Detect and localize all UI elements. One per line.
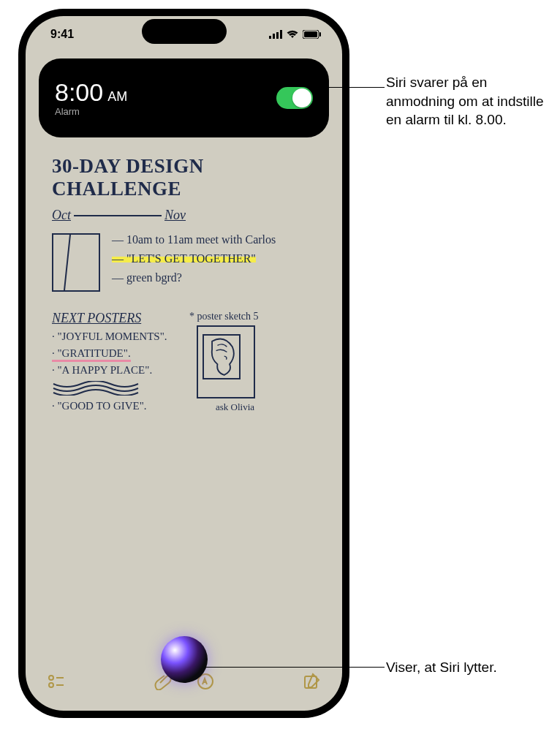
svg-rect-2 — [276, 32, 279, 39]
svg-rect-1 — [273, 34, 275, 39]
cellular-icon — [269, 30, 282, 39]
scribble-icon — [52, 381, 140, 396]
svg-rect-6 — [319, 32, 321, 37]
poster-sketch-label: * poster sketch 5 — [189, 311, 258, 322]
np-item-4: · "GOOD TO GIVE". — [52, 400, 176, 412]
wifi-icon — [287, 30, 298, 39]
status-icons — [269, 30, 322, 39]
month-oct: Oct — [52, 208, 71, 223]
month-nov: Nov — [164, 208, 186, 223]
callout-siri-listening: Viser, at Siri lytter. — [386, 658, 547, 677]
svg-rect-0 — [269, 36, 271, 39]
callout-leader-2 — [205, 667, 385, 668]
callout-alarm-response: Siri svarer på en anmodning om at indsti… — [386, 73, 547, 129]
iphone-screen: 9:41 8:00AM Alarm 30-DAY DESIGN CHALLENG… — [26, 16, 342, 711]
alarm-time: 8:00 — [55, 78, 103, 106]
note-line-2: — "LET'S GET TOGETHER" — [112, 252, 256, 265]
poster-sketch-frame — [197, 325, 255, 398]
alarm-ampm: AM — [107, 89, 127, 104]
note-line-1: — 10am to 11am meet with Carlos — [112, 233, 276, 246]
svg-point-9 — [49, 683, 53, 687]
battery-icon — [303, 30, 322, 39]
note-line-3: — green bgrd? — [112, 271, 276, 284]
status-time: 9:41 — [50, 28, 74, 41]
alarm-label: Alarm — [55, 106, 127, 117]
callout-leader-1 — [325, 87, 385, 88]
svg-point-7 — [49, 676, 53, 680]
siri-orb-icon[interactable] — [161, 636, 208, 683]
checklist-icon[interactable] — [48, 673, 65, 690]
np-item-3: · "A HAPPY PLACE". — [52, 364, 176, 377]
note-title-line2: CHALLENGE — [52, 178, 322, 200]
month-line — [74, 215, 162, 216]
compose-icon[interactable] — [303, 673, 320, 690]
status-bar: 9:41 — [26, 16, 342, 48]
np-item-2: · "GRATITUDE". — [52, 347, 131, 362]
ask-olivia: ask Olivia — [216, 401, 258, 413]
np-item-1: · "JOYFUL MOMENTS". — [52, 330, 176, 343]
note-title-line1: 30-DAY DESIGN — [52, 155, 322, 178]
face-sketch-icon — [204, 336, 239, 378]
alarm-toggle[interactable] — [276, 87, 313, 109]
siri-alarm-response-card: 8:00AM Alarm — [39, 58, 329, 137]
iphone-device-frame: 9:41 8:00AM Alarm 30-DAY DESIGN CHALLENG… — [18, 9, 349, 718]
svg-rect-3 — [280, 30, 282, 39]
next-posters-heading: NEXT POSTERS — [52, 311, 176, 326]
sketch-rectangle — [52, 233, 100, 292]
handwritten-note: 30-DAY DESIGN CHALLENGE Oct Nov — 10am t… — [52, 155, 322, 417]
svg-rect-5 — [304, 31, 317, 37]
